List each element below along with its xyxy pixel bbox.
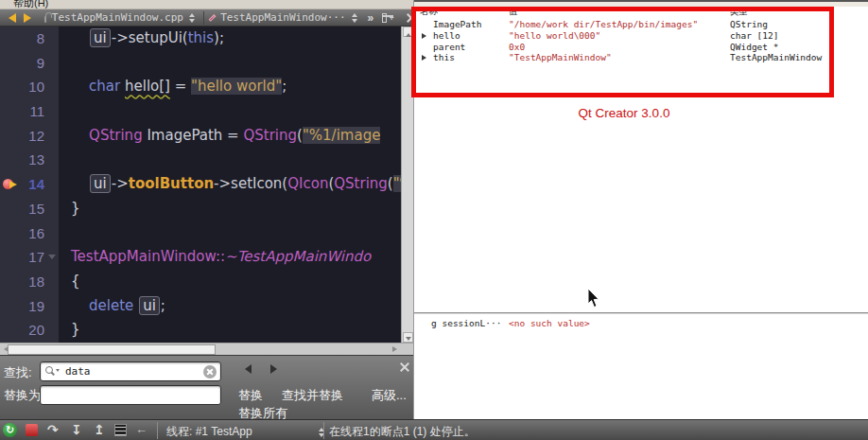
code-line-text[interactable]: ui->setupUi(this);: [59, 26, 224, 51]
debug-stop-icon[interactable]: [26, 424, 38, 436]
line-number[interactable]: 16: [0, 221, 59, 246]
header-type[interactable]: 类型: [730, 7, 748, 18]
line-number[interactable]: 10: [0, 75, 59, 99]
header-value[interactable]: 值: [509, 7, 518, 18]
code-token: TestAppMainWindow::: [71, 248, 225, 265]
editor-line[interactable]: 16: [0, 221, 401, 246]
editor-line[interactable]: 10 char hello[] = "hello world";: [0, 75, 401, 99]
code-token: }: [71, 321, 80, 338]
debugger-status-bar: ↻ ↷ ↧ ↥ ← 线程: #1 TestApp 在线程1的断点1 (1) 处停…: [0, 419, 868, 440]
variable-row[interactable]: parent0x0QWidget *: [416, 42, 829, 53]
variable-row[interactable]: hello"hello world\000"char [12]: [416, 30, 829, 42]
variable-value: "TestAppMainWindow": [509, 52, 612, 63]
variable-name: hello: [433, 30, 460, 42]
code-line-text[interactable]: ui->toolButton->setIcon(QIcon(QString("%: [59, 172, 401, 197]
code-line-text[interactable]: }: [59, 318, 80, 343]
nav-back-icon[interactable]: [9, 13, 16, 23]
line-number[interactable]: 17: [0, 245, 59, 270]
editor-line[interactable]: 18{: [0, 270, 401, 294]
nav-forward-icon[interactable]: [24, 13, 31, 23]
header-name[interactable]: 名称: [420, 7, 438, 18]
line-number[interactable]: 15: [0, 197, 59, 221]
tab-separator: [203, 11, 204, 25]
code-token: char: [89, 78, 120, 95]
clear-search-icon[interactable]: [203, 365, 217, 378]
step-out-icon[interactable]: ↥: [94, 422, 105, 437]
instruction-view-icon[interactable]: [114, 424, 127, 436]
variables-table-header: 名称 值 类型: [416, 7, 829, 17]
search-input[interactable]: data: [40, 361, 221, 381]
editor-line[interactable]: 20}: [0, 318, 401, 343]
fold-arrow-icon[interactable]: [48, 255, 56, 263]
line-number[interactable]: 13: [0, 148, 59, 172]
replace-input[interactable]: [40, 385, 221, 405]
breakpoint-icon[interactable]: [3, 179, 18, 190]
panel-splitter[interactable]: [414, 312, 868, 314]
code-line-text[interactable]: QString ImagePath = QString("%1/image: [59, 124, 380, 149]
editor-line[interactable]: 11: [0, 99, 401, 124]
editor-line[interactable]: 9: [0, 51, 401, 76]
advanced-button[interactable]: 高级...: [372, 387, 407, 404]
variable-name: ImagePath: [433, 19, 481, 30]
code-token: [71, 175, 89, 192]
editor-line[interactable]: 13: [0, 148, 401, 172]
code-line-text[interactable]: delete ui;: [59, 294, 165, 319]
variable-type: char [12]: [730, 30, 778, 42]
variable-row[interactable]: ImagePath"/home/work dir/TestApp/bin/ima…: [416, 19, 829, 30]
find-and-replace-button[interactable]: 查找并替换: [282, 387, 343, 404]
line-number[interactable]: 9: [0, 51, 59, 76]
code-token: this: [188, 29, 214, 46]
line-number[interactable]: 11: [0, 99, 59, 124]
tab-open-file[interactable]: TestAppMainWindow.cpp: [52, 11, 183, 24]
overflow-chevron-icon[interactable]: »: [368, 11, 374, 25]
code-token: ui: [90, 174, 111, 193]
close-editor-icon[interactable]: [406, 12, 408, 23]
line-number[interactable]: 12: [0, 124, 59, 149]
replace-label: 替换为:: [4, 387, 44, 404]
thread-selector[interactable]: 线程: #1 TestApp: [166, 424, 252, 440]
code-editor[interactable]: 8 ui->setupUi(this);910 char hello[] = "…: [0, 26, 401, 343]
code-line-text[interactable]: char hello[] = "hello world";: [59, 75, 286, 99]
second-dropdown-icon[interactable]: [352, 10, 357, 26]
jump-back-icon[interactable]: ←: [135, 422, 148, 436]
split-editor-icon[interactable]: [382, 13, 386, 23]
editor-line[interactable]: 19 delete ui;: [0, 294, 401, 319]
find-previous-icon[interactable]: [240, 364, 252, 374]
code-token: ~TestAppMainWindo: [225, 248, 371, 265]
code-token: }: [71, 200, 80, 217]
watch-expression-name: g sessionL···: [431, 318, 501, 328]
menu-item-help[interactable]: 帮助(H): [13, 0, 48, 9]
editor-line[interactable]: 8 ui->setupUi(this);: [0, 26, 401, 51]
find-next-icon[interactable]: [270, 364, 282, 374]
code-line-text[interactable]: }: [59, 197, 80, 221]
variable-row[interactable]: this"TestAppMainWindow"TestAppMainWindow: [416, 52, 829, 63]
editor-line[interactable]: 17TestAppMainWindow::~TestAppMainWindo: [0, 245, 401, 270]
watch-expression-row[interactable]: g sessionL··· <no such value>: [414, 318, 868, 330]
code-token: =: [170, 78, 191, 95]
menu-bar: 帮助(H): [0, 0, 413, 9]
line-number[interactable]: 20: [0, 318, 59, 343]
code-line-text[interactable]: TestAppMainWindow::~TestAppMainWindo: [59, 245, 371, 270]
editor-line[interactable]: 12 QString ImagePath = QString("%1/image: [0, 124, 401, 149]
line-number[interactable]: 8: [0, 26, 59, 51]
editor-line[interactable]: 14 ui->toolButton->setIcon(QIcon(QString…: [0, 172, 401, 197]
step-into-icon[interactable]: ↧: [71, 422, 82, 437]
hscroll-thumb[interactable]: [8, 344, 216, 355]
expand-arrow-icon[interactable]: [422, 33, 429, 39]
tab-second-view[interactable]: TestAppMainWindow···: [220, 11, 345, 24]
search-icon[interactable]: [45, 366, 53, 374]
code-token: {: [71, 273, 80, 290]
debug-continue-icon[interactable]: ↻: [3, 423, 17, 437]
step-over-icon[interactable]: ↷: [47, 422, 59, 437]
editor-line[interactable]: 15}: [0, 197, 401, 221]
scroll-down-icon[interactable]: [403, 332, 413, 343]
replace-button[interactable]: 替换: [238, 387, 263, 404]
line-number[interactable]: 18: [0, 270, 59, 294]
line-number[interactable]: 14: [0, 172, 59, 197]
line-number[interactable]: 19: [0, 294, 59, 319]
expand-arrow-icon[interactable]: [422, 55, 429, 61]
editor-horizontal-scrollbar[interactable]: [0, 343, 413, 355]
code-line-text[interactable]: {: [59, 270, 80, 294]
scroll-right-icon[interactable]: [390, 344, 400, 355]
file-dropdown-icon[interactable]: [189, 10, 195, 26]
